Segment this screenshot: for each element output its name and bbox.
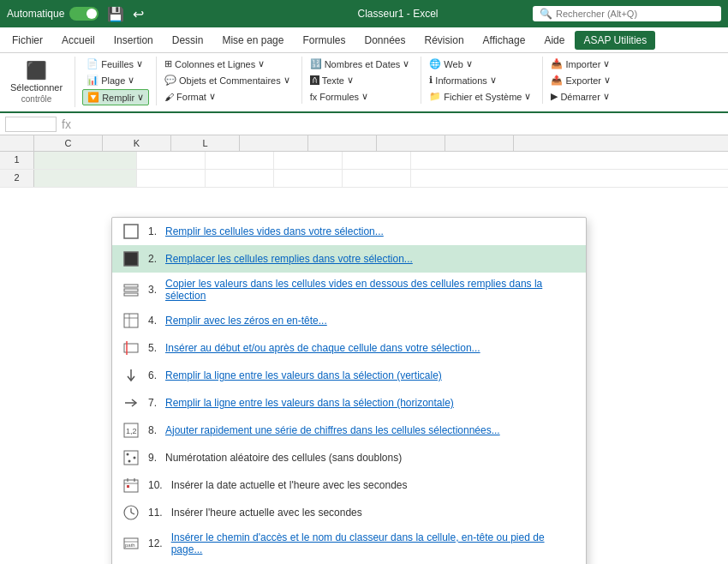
item-1-number: 1. bbox=[148, 225, 157, 237]
cell-m2[interactable] bbox=[274, 170, 343, 187]
dropdown-item-8[interactable]: 1,2 8. Ajouter rapidement une série de c… bbox=[112, 417, 586, 444]
dropdown-item-3[interactable]: 3. Copier les valeurs dans les cellules … bbox=[112, 273, 586, 307]
dropdown-item-5[interactable]: 5. Insérer au début et/ou après de chaqu… bbox=[112, 334, 586, 362]
web-button[interactable]: 🌐 Web ∨ bbox=[425, 57, 535, 71]
plage-button[interactable]: 📊 Plage ∨ bbox=[82, 73, 149, 87]
feuilles-button[interactable]: 📄 Feuilles ∨ bbox=[82, 57, 149, 71]
exporter-icon: 📤 bbox=[551, 75, 563, 86]
menu-item-affichage[interactable]: Affichage bbox=[474, 31, 534, 50]
dropdown-item-12[interactable]: path 12. Insérer le chemin d'accès et le… bbox=[112, 526, 586, 561]
cell-m1[interactable] bbox=[274, 152, 343, 169]
menu-item-fichier[interactable]: Fichier bbox=[3, 31, 51, 50]
importer-button[interactable]: 📥 Importer ∨ bbox=[546, 57, 615, 71]
dropdown-item-9[interactable]: 9. Numérotation aléatoire des cellules (… bbox=[112, 444, 586, 471]
plage-label: Plage bbox=[101, 75, 125, 86]
remplir-button[interactable]: 🔽 Remplir ∨ bbox=[82, 89, 149, 105]
colonnes-button[interactable]: ⊞ Colonnes et Lignes ∨ bbox=[160, 57, 295, 71]
dropdown-item-1[interactable]: 1. Remplir les cellules vides dans votre… bbox=[112, 218, 586, 245]
informations-button[interactable]: ℹ Informations ∨ bbox=[425, 73, 535, 87]
cell-c2[interactable] bbox=[34, 170, 137, 187]
importer-group: 📥 Importer ∨ 📤 Exporter ∨ ▶ Démarrer ∨ bbox=[546, 57, 622, 104]
formula-input[interactable] bbox=[76, 118, 723, 130]
title-bar-left: Automatique 💾 ↩ bbox=[7, 4, 263, 24]
col-header-extra[interactable] bbox=[240, 135, 308, 151]
menu-item-formules[interactable]: Formules bbox=[294, 31, 354, 50]
cell-c1[interactable] bbox=[34, 152, 137, 169]
menu-item-aide[interactable]: Aide bbox=[535, 31, 573, 50]
informations-icon: ℹ bbox=[429, 75, 433, 86]
dropdown-item-7[interactable]: 7. Remplir la ligne entre les valeurs da… bbox=[112, 389, 586, 417]
informations-chevron: ∨ bbox=[490, 75, 497, 86]
format-button[interactable]: 🖌 Format ∨ bbox=[160, 89, 295, 104]
menu-item-insertion[interactable]: Insertion bbox=[105, 31, 162, 50]
importer-icon: 📥 bbox=[551, 58, 563, 69]
col-header-extra2[interactable] bbox=[308, 135, 377, 151]
dropdown-item-2[interactable]: 2. Remplacer les cellules remplies dans … bbox=[112, 245, 586, 273]
cell-k1[interactable] bbox=[137, 152, 206, 169]
demarrer-icon: ▶ bbox=[551, 91, 558, 102]
svg-rect-22 bbox=[127, 485, 129, 488]
menu-item-asap[interactable]: ASAP Utilities bbox=[575, 31, 655, 50]
cell-k2[interactable] bbox=[137, 170, 206, 187]
feuilles-label: Feuilles bbox=[101, 59, 134, 69]
col-header-k[interactable]: K bbox=[103, 135, 171, 151]
dropdown-item-10[interactable]: 10. Insérer la date actuelle et l'heure … bbox=[112, 471, 586, 499]
search-input[interactable] bbox=[556, 9, 710, 19]
svg-point-15 bbox=[127, 453, 129, 456]
formules-label: Formules bbox=[319, 92, 359, 102]
exporter-button[interactable]: 📤 Exporter ∨ bbox=[546, 73, 615, 87]
col-header-extra4[interactable] bbox=[445, 135, 514, 151]
texte-button[interactable]: 🅰 Texte ∨ bbox=[306, 73, 415, 87]
row-header-2: 2 bbox=[0, 170, 34, 187]
rows-icon bbox=[122, 281, 140, 298]
remplir-dropdown: 1. Remplir les cellules vides dans votre… bbox=[111, 217, 587, 564]
menu-item-accueil[interactable]: Accueil bbox=[53, 31, 104, 50]
save-button[interactable]: 💾 bbox=[104, 4, 128, 24]
fichier-systeme-icon: 📁 bbox=[429, 91, 441, 102]
demarrer-button[interactable]: ▶ Démarrer ∨ bbox=[546, 89, 615, 104]
svg-line-25 bbox=[131, 513, 134, 514]
cell-n2[interactable] bbox=[343, 170, 411, 187]
fichier-systeme-button[interactable]: 📁 Fichier et Système ∨ bbox=[425, 89, 535, 104]
menu-item-revision[interactable]: Révision bbox=[416, 31, 473, 50]
objets-button[interactable]: 💬 Objets et Commentaires ∨ bbox=[160, 73, 295, 87]
table-row: 2 bbox=[0, 170, 728, 188]
nombres-icon: 🔢 bbox=[310, 58, 322, 69]
select-button[interactable]: ⬛ Sélectionner contrôle bbox=[5, 57, 68, 107]
cell-l1[interactable] bbox=[206, 152, 274, 169]
dropdown-item-13[interactable]: 13. Créer une liste de noms de fichiers … bbox=[112, 561, 586, 564]
item-11-text: Insérer l'heure actuelle avec les second… bbox=[171, 507, 362, 519]
web-label: Web bbox=[444, 59, 462, 69]
col-header-extra3[interactable] bbox=[377, 135, 445, 151]
fichier-systeme-chevron: ∨ bbox=[524, 91, 531, 102]
search-box[interactable]: 🔍 bbox=[533, 6, 721, 21]
feuilles-chevron: ∨ bbox=[136, 58, 143, 69]
item-10-text: Insérer la date actuelle et l'heure avec… bbox=[171, 479, 408, 491]
cell-l2[interactable] bbox=[206, 170, 274, 187]
menu-item-dessin[interactable]: Dessin bbox=[164, 31, 212, 50]
app-name-label: Automatique bbox=[7, 8, 64, 20]
item-8-number: 8. bbox=[148, 424, 157, 436]
svg-point-16 bbox=[134, 457, 136, 459]
item-2-number: 2. bbox=[148, 253, 157, 265]
svg-rect-1 bbox=[124, 252, 138, 266]
svg-rect-3 bbox=[124, 289, 138, 291]
dropdown-item-11[interactable]: 11. Insérer l'heure actuelle avec les se… bbox=[112, 499, 586, 526]
menu-item-donnees[interactable]: Données bbox=[355, 31, 414, 50]
item-10-number: 10. bbox=[148, 479, 163, 491]
col-header-c[interactable]: C bbox=[34, 135, 103, 151]
dropdown-item-6[interactable]: 6. Remplir la ligne entre les valeurs da… bbox=[112, 362, 586, 389]
formula-divider: fx bbox=[62, 117, 71, 131]
formules-button[interactable]: fx Formules ∨ bbox=[306, 89, 415, 104]
cell-reference[interactable] bbox=[5, 117, 57, 132]
cell-n1[interactable] bbox=[343, 152, 411, 169]
col-header-l[interactable]: L bbox=[171, 135, 240, 151]
nombres-button[interactable]: 🔢 Nombres et Dates ∨ bbox=[306, 57, 415, 71]
menu-item-mise-en-page[interactable]: Mise en page bbox=[213, 31, 292, 50]
select-sublabel: contrôle bbox=[21, 94, 52, 104]
item-6-number: 6. bbox=[148, 369, 157, 381]
undo-button[interactable]: ↩ bbox=[133, 6, 144, 22]
arrow-right-icon bbox=[122, 394, 140, 411]
auto-save-toggle[interactable] bbox=[69, 7, 98, 21]
dropdown-item-4[interactable]: 4. Remplir avec les zéros en en-tête... bbox=[112, 307, 586, 334]
